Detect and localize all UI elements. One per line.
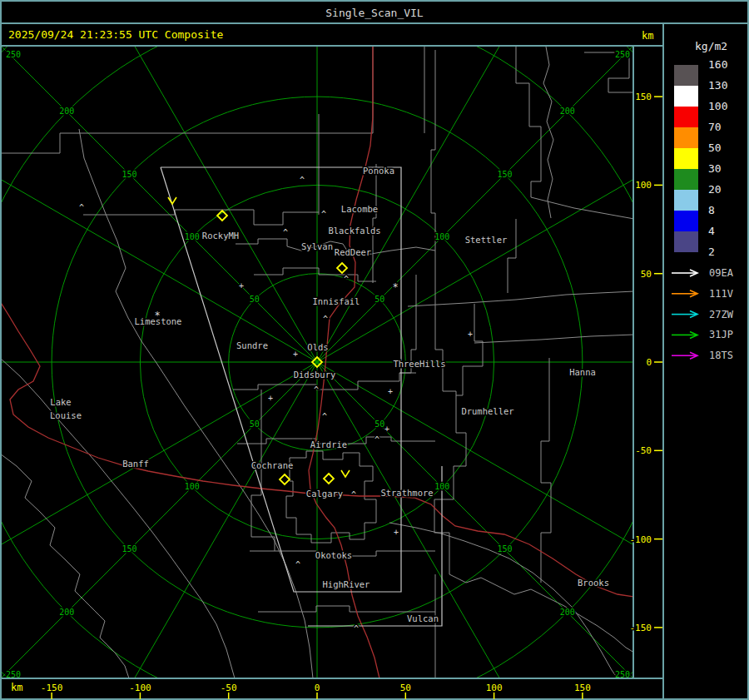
map-viewport[interactable] xyxy=(2,47,633,678)
colorscale-swatch xyxy=(674,231,698,252)
right-axis-tick-label: -100 xyxy=(630,534,652,545)
right-axis-tick-label: 150 xyxy=(635,92,652,102)
bottom-axis-tick-label: -50 xyxy=(221,683,237,693)
bottom-axis-tick-label: -100 xyxy=(129,683,151,693)
bottom-axis: -150-100-50050100150 xyxy=(41,683,591,699)
colorscale-value-label: 30 xyxy=(708,162,722,175)
bottom-axis-tick-label: 100 xyxy=(486,683,503,693)
right-axis-tick-label: -150 xyxy=(630,623,652,633)
colorscale-value-label: 4 xyxy=(708,225,715,237)
colorscale-value-label: 20 xyxy=(708,183,722,196)
right-axis-tick-label: 50 xyxy=(641,269,652,280)
track-id-label: 31JP xyxy=(709,329,733,340)
right-axis: 150100500-50-100-150 xyxy=(630,92,663,633)
radar-app-window: Single_Scan_VIL 2025/09/24 21:23:55 UTC … xyxy=(0,0,749,700)
colorscale-value-label: 8 xyxy=(708,204,715,216)
colorscale-swatch xyxy=(674,127,698,148)
colorscale-swatch xyxy=(674,169,698,190)
colorscale-swatch xyxy=(674,65,698,86)
colorscale-swatch xyxy=(674,107,698,127)
color-scale: 16013010070503020842 xyxy=(674,58,727,258)
right-axis-tick-label: 0 xyxy=(646,357,652,368)
track-legend: 09EA111V27ZW31JP18TS xyxy=(672,267,734,361)
right-axis-tick-label: -50 xyxy=(635,445,652,456)
bottom-axis-tick-label: 50 xyxy=(400,683,411,693)
track-id-label: 111V xyxy=(709,288,733,300)
colorscale-value-label: 50 xyxy=(708,141,722,154)
bottom-axis-tick-label: 0 xyxy=(315,683,320,693)
colorscale-swatch xyxy=(674,148,698,169)
track-id-label: 18TS xyxy=(709,350,733,361)
bottom-axis-tick-label: 150 xyxy=(574,683,591,693)
colorscale-value-label: 130 xyxy=(708,79,727,92)
bottom-axis-tick-label: -150 xyxy=(41,683,63,693)
track-id-label: 27ZW xyxy=(709,309,734,320)
colorscale-value-label: 160 xyxy=(708,58,727,71)
track-id-label: 09EA xyxy=(709,267,734,279)
colorscale-swatch xyxy=(674,86,698,107)
radar-display: 5050505010010010010015015015015020020020… xyxy=(0,0,749,700)
colorscale-swatch xyxy=(674,190,698,211)
colorscale-value-label: 100 xyxy=(708,100,727,112)
colorscale-value-label: 70 xyxy=(708,121,722,133)
right-axis-tick-label: 100 xyxy=(635,180,652,191)
colorscale-value-label: 2 xyxy=(708,246,715,258)
colorscale-swatch xyxy=(674,211,698,231)
